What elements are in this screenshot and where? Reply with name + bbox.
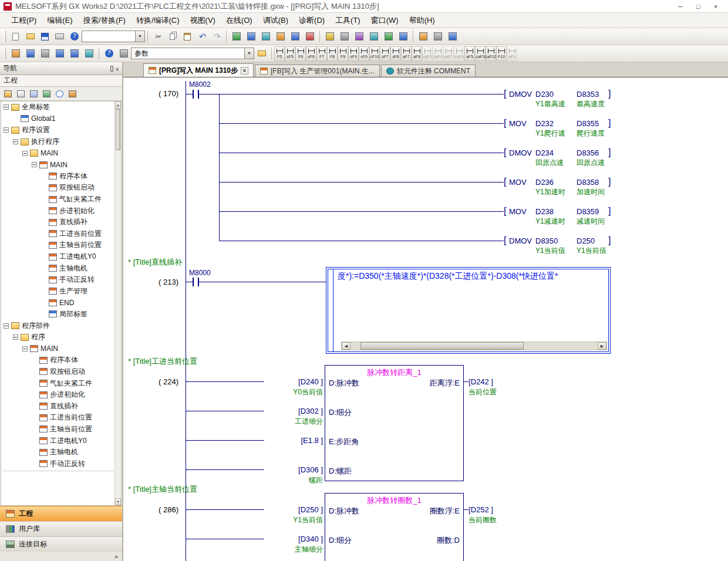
tree-item[interactable]: 程序本体 [1, 354, 121, 366]
note-icon[interactable] [352, 30, 366, 43]
tree-item[interactable]: 工进电机Y0 [1, 435, 121, 447]
nav-button-connection-destination[interactable]: 连接目标 [0, 536, 122, 552]
instruction-mov[interactable]: MOV D232 D8355 Y1爬行速 爬行速度 [504, 119, 619, 137]
pin-icon[interactable] [110, 66, 113, 72]
statement-icon[interactable] [338, 30, 351, 43]
menu-window[interactable]: 窗口(W) [366, 13, 404, 28]
nav-button-user-library[interactable]: 用户库 [0, 521, 122, 536]
menu-compile[interactable]: 转换/编译(C) [131, 13, 185, 28]
menu-view[interactable]: 视图(V) [185, 13, 221, 28]
menu-edit[interactable]: 编辑(E) [42, 13, 77, 28]
instruction-dmov[interactable]: DMOV D234 D8356 回原点速 回原点速 [504, 148, 619, 166]
branch-pulse-button[interactable]: aF7 [401, 46, 412, 61]
pulse-close-contact-button[interactable]: sF8 [390, 46, 401, 61]
tree-item[interactable]: 工进电机Y0 [1, 251, 121, 263]
tree-item[interactable]: 直线插补 [1, 400, 121, 412]
verify-with-plc-icon[interactable] [259, 30, 272, 43]
instruction-mov[interactable]: MOV D236 D8358 Y1加速时 加速时间 [504, 178, 619, 195]
delete-v-line-button[interactable]: cF10 [369, 46, 380, 61]
contact-m8000[interactable] [193, 278, 199, 286]
tree-item-pou[interactable]: 程序部件 [1, 320, 121, 332]
tree-item[interactable]: 步进初始化 [1, 389, 121, 401]
parameter-combobox[interactable]: 参数 [131, 48, 254, 59]
menu-online[interactable]: 在线(O) [221, 13, 258, 28]
tree-item[interactable]: 生产管理 [1, 286, 121, 298]
start-monitoring-icon[interactable] [288, 30, 302, 43]
close-icon[interactable] [707, 1, 724, 12]
menu-tools[interactable]: 工具(T) [330, 13, 366, 28]
tree-item[interactable]: 双按钮启动 [1, 182, 121, 194]
write-to-plc-icon[interactable] [244, 30, 258, 43]
application-instruction-button[interactable]: F8 [327, 46, 338, 61]
tab-prg-main[interactable]: [PRG]写入 MAIN 1310步 [143, 63, 254, 77]
tab-device-comment[interactable]: 软元件注释 COMMENT [381, 65, 476, 77]
tree-item[interactable]: 气缸夹紧工件 [1, 194, 121, 205]
branch-pulse-close-button[interactable]: aF8 [412, 46, 422, 61]
tree-item[interactable]: 工进当前位置 [1, 412, 121, 424]
navigation-window-icon[interactable] [23, 47, 37, 60]
fb-input-operand[interactable]: D250 Y1当前值 [264, 505, 323, 525]
device-list-icon[interactable] [82, 47, 96, 60]
fb-input-operand[interactable]: D302 工进细分 [264, 407, 323, 427]
close-contact-button[interactable]: sF5 [285, 46, 295, 61]
remote-operation-icon[interactable] [274, 30, 287, 43]
tree-item[interactable]: 手动正反转 [1, 274, 121, 286]
tree-item[interactable]: 直线插补 [1, 217, 121, 228]
tree-item-global1[interactable]: Global1 [1, 113, 121, 125]
tree-item[interactable]: 双按钮启动 [1, 366, 121, 378]
edit-line-button[interactable]: caF5 [475, 46, 486, 61]
build-icon[interactable] [396, 30, 410, 43]
menu-help[interactable]: 帮助(H) [404, 13, 440, 28]
inline-st-box[interactable]: 度*):=D350(*主轴速度*)*(D328(*工进位置*)-D308(*快进… [326, 267, 611, 354]
delete-h-line-button[interactable]: cF9 [359, 46, 369, 61]
tree-item[interactable]: 主轴当前位置 [1, 239, 121, 251]
minimize-icon[interactable] [672, 1, 689, 12]
toolbar-grip[interactable] [4, 31, 6, 42]
paste-icon[interactable] [180, 30, 194, 43]
comment-edit-button[interactable]: aF9 [507, 46, 517, 61]
help-icon[interactable] [102, 47, 116, 60]
instruction-dmov[interactable]: DMOV D230 D8353 Y1最高速 最高速度 [504, 90, 619, 107]
find-icon[interactable] [117, 47, 130, 60]
menu-project[interactable]: 工程(P) [6, 13, 42, 28]
invert-result-button[interactable]: saF5 [422, 46, 433, 61]
tab-fb-production[interactable]: [FB]写入 生产管理001(MAIN.生... [255, 65, 380, 77]
zoom-icon[interactable] [446, 30, 459, 43]
menu-diagnostics[interactable]: 诊断(D) [294, 13, 330, 28]
tab-close-icon[interactable] [241, 67, 248, 75]
scroll-down-icon[interactable] [115, 498, 121, 505]
stop-monitoring-icon[interactable] [303, 30, 316, 43]
nav-more-chevron[interactable]: » [0, 552, 122, 561]
tree-item[interactable]: 手动正反转 [1, 458, 121, 469]
chevron-down-icon[interactable] [135, 31, 144, 42]
menu-debug[interactable]: 调试(B) [258, 13, 294, 28]
window-select-combobox[interactable] [82, 31, 145, 42]
chevron-down-icon[interactable] [244, 48, 254, 59]
instruction-help-button[interactable]: F10 [496, 46, 507, 61]
scroll-left-icon[interactable] [342, 342, 350, 350]
tree-collapse-icon[interactable] [32, 162, 37, 167]
tree-collapse-icon[interactable] [22, 151, 28, 156]
project-section-bar[interactable]: 工程 [0, 75, 122, 87]
tree-scrollbar[interactable] [114, 102, 121, 505]
paste-data-icon[interactable] [28, 88, 39, 99]
data-security-icon[interactable] [41, 88, 52, 99]
fb-output-operand[interactable]: D242 当前位置 [469, 377, 525, 397]
fb-output-operand[interactable]: D252 当前圈数 [469, 505, 525, 525]
tree-item[interactable]: 主轴当前位置 [1, 424, 121, 435]
ladder-edit-mode-icon[interactable] [416, 30, 430, 43]
copy-icon[interactable] [166, 30, 179, 43]
close-branch-button[interactable]: sF6 [306, 46, 316, 61]
device-display-icon[interactable] [367, 30, 380, 43]
contact-m8002[interactable] [193, 90, 199, 99]
scrollbar-thumb[interactable] [360, 342, 524, 350]
st-expression[interactable]: 度*):=D350(*主轴速度*)*(D328(*工进位置*)-D308(*快进… [338, 271, 558, 282]
scrollbar-thumb[interactable] [116, 109, 120, 150]
read-mode-icon[interactable] [431, 30, 444, 43]
element-selection-icon[interactable] [38, 47, 52, 60]
fb-input-operand[interactable]: D340 主轴细分 [264, 535, 323, 555]
open-project-icon[interactable] [23, 30, 37, 43]
tree-collapse-icon[interactable] [13, 139, 18, 144]
close-icon[interactable] [116, 63, 119, 74]
scrollbar-track[interactable] [350, 342, 598, 350]
